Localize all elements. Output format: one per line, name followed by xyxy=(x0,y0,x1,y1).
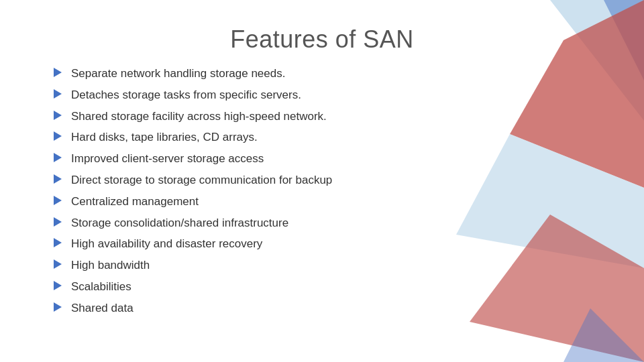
bullet-item-12: Shared data xyxy=(54,300,429,316)
bullet-text: Storage consolidation/shared infrastruct… xyxy=(71,215,288,231)
bullet-text: Hard disks, tape libraries, CD arrays. xyxy=(71,129,258,145)
svg-marker-5 xyxy=(564,308,644,362)
bullet-arrow-icon xyxy=(54,196,62,205)
bullet-text: Centralized management xyxy=(71,194,199,210)
slide-title: Features of SAN xyxy=(0,25,644,54)
slide-container: Features of SAN Separate network handlin… xyxy=(0,0,644,362)
content-section: Separate network handling storage needs.… xyxy=(0,66,644,316)
title-section: Features of SAN xyxy=(0,0,644,66)
bullet-item-10: High bandwidth xyxy=(54,257,429,274)
bullet-text: High bandwidth xyxy=(71,257,150,274)
bullet-item-4: Hard disks, tape libraries, CD arrays. xyxy=(54,129,429,145)
bullet-item-1: Separate network handling storage needs. xyxy=(54,66,429,82)
bullet-arrow-icon xyxy=(54,131,62,141)
bullet-item-3: Shared storage facility across high-spee… xyxy=(54,109,429,125)
bullet-text: Improved client-server storage access xyxy=(71,151,264,167)
bullet-item-6: Direct storage to storage communication … xyxy=(54,172,429,188)
bullet-arrow-icon xyxy=(54,68,62,77)
bullet-arrow-icon xyxy=(54,174,62,184)
bullet-arrow-icon xyxy=(54,89,62,99)
bullet-text: Direct storage to storage communication … xyxy=(71,172,332,188)
bullet-text: High availability and disaster recovery xyxy=(71,236,262,252)
bullet-text: Scalabilities xyxy=(71,279,131,295)
bullet-text: Detaches storage tasks from specific ser… xyxy=(71,87,301,103)
bullet-arrow-icon xyxy=(54,153,62,162)
bullet-arrow-icon xyxy=(54,217,62,227)
bullet-arrow-icon xyxy=(54,238,62,247)
bullet-item-9: High availability and disaster recovery xyxy=(54,236,429,252)
bullet-item-5: Improved client-server storage access xyxy=(54,151,429,167)
bullet-arrow-icon xyxy=(54,111,62,120)
bullet-text: Shared storage facility across high-spee… xyxy=(71,109,327,125)
bullet-item-2: Detaches storage tasks from specific ser… xyxy=(54,87,429,103)
bullet-text: Separate network handling storage needs. xyxy=(71,66,285,82)
bullet-text: Shared data xyxy=(71,300,133,316)
bullet-item-11: Scalabilities xyxy=(54,279,429,295)
bullet-item-7: Centralized management xyxy=(54,194,429,210)
bullet-arrow-icon xyxy=(54,281,62,290)
bullet-item-8: Storage consolidation/shared infrastruct… xyxy=(54,215,429,231)
bullet-arrow-icon xyxy=(54,302,62,312)
bullet-arrow-icon xyxy=(54,259,62,269)
